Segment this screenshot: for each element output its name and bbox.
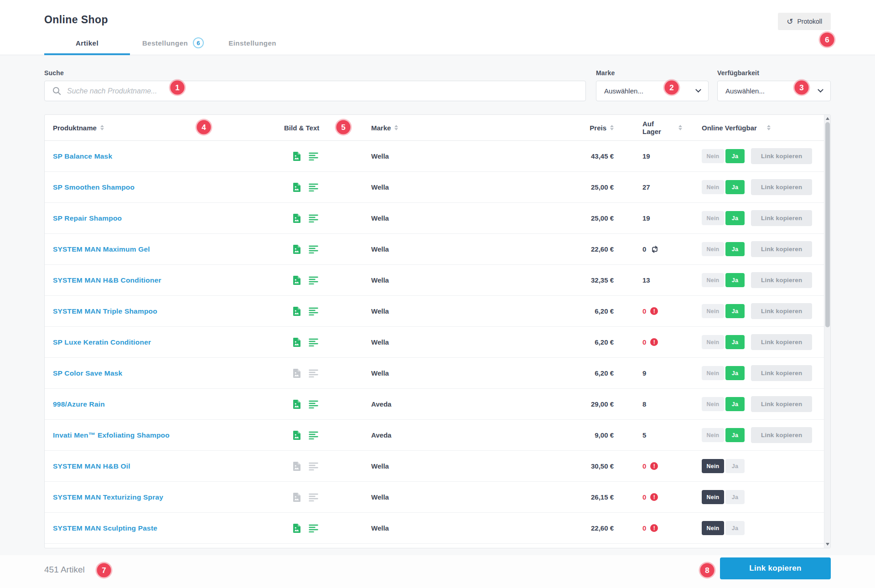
product-link[interactable]: SYSTEM MAN Triple Shampoo bbox=[53, 307, 157, 315]
toggle-nein-button[interactable]: Nein bbox=[702, 521, 724, 535]
text-icon[interactable] bbox=[309, 276, 318, 284]
product-link[interactable]: SYSTEM MAN H&B Conditioner bbox=[53, 276, 161, 284]
tab-artikel[interactable]: Artikel bbox=[44, 32, 130, 55]
copy-link-row-button[interactable]: Link kopieren bbox=[751, 241, 812, 257]
column-header-produktname[interactable]: Produktname bbox=[45, 124, 284, 132]
product-link[interactable]: SYSTEM MAN H&B Oil bbox=[53, 462, 130, 470]
scroll-up-arrow-icon[interactable] bbox=[826, 117, 829, 120]
toggle-nein-button[interactable]: Nein bbox=[702, 428, 724, 442]
toggle-ja-button[interactable]: Ja bbox=[725, 459, 745, 473]
toggle-nein-button[interactable]: Nein bbox=[702, 180, 724, 194]
copy-link-row-button[interactable]: Link kopieren bbox=[751, 427, 812, 443]
toggle-nein-button[interactable]: Nein bbox=[702, 490, 724, 504]
product-link[interactable]: SYSTEM MAN Maximum Gel bbox=[53, 245, 150, 253]
text-icon[interactable] bbox=[309, 369, 318, 377]
product-link[interactable]: 998/Azure Rain bbox=[53, 400, 105, 408]
text-icon[interactable] bbox=[309, 400, 318, 408]
text-icon[interactable] bbox=[309, 152, 318, 160]
image-icon[interactable] bbox=[292, 151, 301, 161]
copy-link-row-button[interactable]: Link kopieren bbox=[751, 179, 812, 195]
image-icon[interactable] bbox=[292, 182, 301, 192]
sort-icon[interactable] bbox=[678, 125, 682, 130]
copy-link-row-button[interactable]: Link kopieren bbox=[751, 396, 812, 412]
tab-bestellungen[interactable]: Bestellungen 6 bbox=[130, 32, 216, 55]
copy-link-row-button[interactable]: Link kopieren bbox=[751, 365, 812, 381]
sort-icon[interactable] bbox=[394, 125, 398, 130]
product-link[interactable]: SP Color Save Mask bbox=[53, 369, 122, 377]
toggle-nein-button[interactable]: Nein bbox=[702, 335, 724, 349]
image-icon[interactable] bbox=[292, 492, 301, 502]
column-header-preis[interactable]: Preis bbox=[559, 124, 618, 132]
product-link[interactable]: SP Smoothen Shampoo bbox=[53, 183, 135, 191]
toggle-ja-button[interactable]: Ja bbox=[725, 366, 745, 380]
toggle-ja-button[interactable]: Ja bbox=[725, 490, 745, 504]
toggle-nein-button[interactable]: Nein bbox=[702, 211, 724, 225]
text-icon[interactable] bbox=[309, 524, 318, 532]
column-header-auf-lager[interactable]: Auf Lager bbox=[618, 120, 698, 136]
table-scrollbar[interactable] bbox=[824, 115, 830, 548]
brand-select[interactable]: Auswählen... bbox=[596, 81, 709, 101]
toggle-nein-button[interactable]: Nein bbox=[702, 273, 724, 287]
price-cell: 30,50 € bbox=[559, 462, 618, 470]
toggle-nein-button[interactable]: Nein bbox=[702, 397, 724, 411]
image-icon[interactable] bbox=[292, 244, 301, 254]
text-icon[interactable] bbox=[309, 214, 318, 222]
toggle-ja-button[interactable]: Ja bbox=[725, 397, 745, 411]
text-icon[interactable] bbox=[309, 307, 318, 315]
product-link[interactable]: SYSTEM MAN Sculpting Paste bbox=[53, 524, 157, 532]
text-icon[interactable] bbox=[309, 338, 318, 346]
copy-link-main-button[interactable]: Link kopieren bbox=[720, 557, 831, 579]
toggle-ja-button[interactable]: Ja bbox=[725, 211, 745, 225]
annotation-badge-5: 5 bbox=[337, 120, 351, 134]
text-icon[interactable] bbox=[309, 493, 318, 501]
image-icon[interactable] bbox=[292, 523, 301, 533]
copy-link-row-button[interactable]: Link kopieren bbox=[751, 272, 812, 288]
image-icon[interactable] bbox=[292, 368, 301, 378]
product-link[interactable]: SP Balance Mask bbox=[53, 152, 112, 160]
scroll-down-arrow-icon[interactable] bbox=[826, 543, 829, 546]
tab-einstellungen[interactable]: Einstellungen bbox=[216, 32, 289, 55]
toggle-nein-button[interactable]: Nein bbox=[702, 366, 724, 380]
toggle-ja-button[interactable]: Ja bbox=[725, 273, 745, 287]
search-input[interactable] bbox=[67, 81, 585, 101]
image-icon[interactable] bbox=[292, 275, 301, 285]
toggle-ja-button[interactable]: Ja bbox=[725, 180, 745, 194]
copy-link-row-button[interactable]: Link kopieren bbox=[751, 210, 812, 226]
toggle-ja-button[interactable]: Ja bbox=[725, 335, 745, 349]
column-header-online-verfuegbar[interactable]: Online Verfügbar bbox=[698, 124, 824, 132]
image-icon[interactable] bbox=[292, 461, 301, 471]
product-link[interactable]: SYSTEM MAN Texturizing Spray bbox=[53, 493, 163, 501]
image-icon[interactable] bbox=[292, 213, 301, 223]
toggle-ja-button[interactable]: Ja bbox=[725, 242, 745, 256]
protokoll-button[interactable]: ↺ Protokoll bbox=[778, 13, 831, 30]
toggle-ja-button[interactable]: Ja bbox=[725, 304, 745, 318]
image-icon[interactable] bbox=[292, 399, 301, 409]
image-icon[interactable] bbox=[292, 306, 301, 316]
text-icon[interactable] bbox=[309, 462, 318, 470]
toggle-ja-button[interactable]: Ja bbox=[725, 521, 745, 535]
scrollbar-thumb[interactable] bbox=[825, 122, 830, 327]
availability-select[interactable]: Auswählen... bbox=[717, 81, 831, 101]
copy-link-row-button[interactable]: Link kopieren bbox=[751, 334, 812, 350]
image-icon[interactable] bbox=[292, 337, 301, 347]
column-header-marke[interactable]: Marke bbox=[371, 124, 559, 132]
sort-icon[interactable] bbox=[100, 125, 104, 130]
toggle-nein-button[interactable]: Nein bbox=[702, 149, 724, 163]
text-icon[interactable] bbox=[309, 431, 318, 439]
copy-link-row-button[interactable]: Link kopieren bbox=[751, 303, 812, 319]
product-link[interactable]: SP Repair Shampoo bbox=[53, 214, 122, 222]
toggle-nein-button[interactable]: Nein bbox=[702, 242, 724, 256]
text-icon[interactable] bbox=[309, 245, 318, 253]
image-icon[interactable] bbox=[292, 430, 301, 440]
copy-link-row-button[interactable]: Link kopieren bbox=[751, 148, 812, 164]
sort-icon[interactable] bbox=[767, 125, 771, 130]
sort-icon[interactable] bbox=[610, 125, 614, 130]
toggle-nein-button[interactable]: Nein bbox=[702, 459, 724, 473]
product-link[interactable]: SP Luxe Keratin Conditioner bbox=[53, 338, 151, 346]
toggle-ja-button[interactable]: Ja bbox=[725, 149, 745, 163]
toggle-ja-button[interactable]: Ja bbox=[725, 428, 745, 442]
media-cell bbox=[284, 337, 371, 347]
text-icon[interactable] bbox=[309, 183, 318, 191]
toggle-nein-button[interactable]: Nein bbox=[702, 304, 724, 318]
product-link[interactable]: Invati Men™ Exfoliating Shampoo bbox=[53, 431, 170, 439]
